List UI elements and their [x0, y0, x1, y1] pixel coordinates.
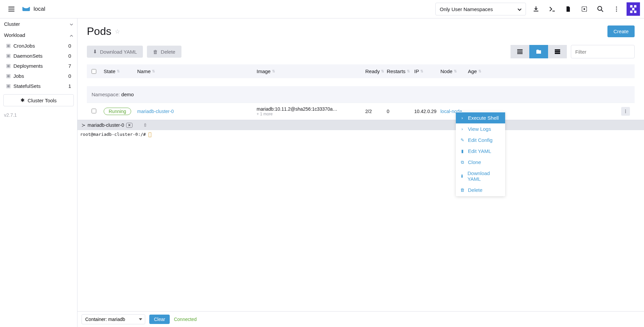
ctx-edit-config[interactable]: ✎Edit Config: [456, 134, 505, 146]
sidebar-item-daemonsets[interactable]: ▣ DaemonSets 0: [0, 51, 77, 61]
top-header: local Only User Namespaces: [0, 0, 644, 18]
sidebar-item-label: CronJobs: [13, 43, 35, 49]
view-toggle: [511, 45, 567, 58]
folder-icon: ▣: [6, 83, 11, 89]
sidebar-section-label: Cluster: [4, 21, 20, 27]
col-ip[interactable]: IP⇅: [414, 68, 440, 74]
search-icon[interactable]: [597, 6, 604, 12]
close-tab-button[interactable]: ✕: [126, 123, 132, 128]
namespace-selector[interactable]: Only User Namespaces: [435, 3, 526, 15]
sort-icon: ⇅: [272, 69, 275, 73]
view-flat-button[interactable]: [511, 45, 529, 58]
terminal-tabs: ≻ mariadb-cluster-0 ✕ ⇳: [77, 120, 644, 130]
ctx-view-logs[interactable]: ›View Logs: [456, 123, 505, 134]
col-name[interactable]: Name⇅: [137, 68, 257, 74]
file-icon[interactable]: [565, 6, 572, 12]
download-icon: ⬇: [460, 174, 464, 179]
more-icon[interactable]: [613, 6, 620, 12]
cluster-name: local: [34, 6, 45, 12]
sidebar-item-count: 1: [68, 83, 73, 89]
sidebar-section-cluster[interactable]: Cluster: [0, 18, 77, 30]
menu-toggle-button[interactable]: [4, 2, 19, 16]
col-image[interactable]: Image⇅: [257, 68, 365, 74]
file-icon: ▮: [460, 149, 465, 154]
sidebar-item-count: 0: [68, 53, 73, 59]
ready-text: 2/2: [365, 109, 387, 114]
clone-icon: ⧉: [460, 160, 465, 165]
button-label: Download YAML: [100, 49, 137, 55]
view-compact-button[interactable]: [548, 45, 567, 58]
cluster-tools-label: Cluster Tools: [28, 98, 56, 103]
sidebar-item-cronjobs[interactable]: ▣ CronJobs 0: [0, 41, 77, 51]
ctx-clone[interactable]: ⧉Clone: [456, 157, 505, 168]
version-label: v2.7.1: [0, 110, 77, 120]
table-row: Running mariadb-cluster-0 mariadb:10.11.…: [87, 103, 635, 120]
cluster-tools-button[interactable]: ✱ Cluster Tools: [3, 94, 74, 106]
terminal-expand-icon[interactable]: ⇳: [143, 122, 147, 128]
page-title: Pods: [87, 25, 111, 38]
col-ready[interactable]: Ready⇅: [365, 68, 387, 74]
svg-rect-7: [634, 5, 636, 7]
terminal-footer: Container: mariadb Clear Connected: [77, 311, 644, 327]
row-context-menu: ›Execute Shell ›View Logs ✎Edit Config ▮…: [456, 112, 505, 196]
terminal-body[interactable]: root@mariadb-cluster-0:/#: [77, 130, 644, 311]
terminal-tab[interactable]: ≻ mariadb-cluster-0 ✕: [82, 122, 132, 128]
container-select[interactable]: Container: mariadb: [82, 314, 145, 324]
select-all-checkbox[interactable]: [92, 69, 96, 74]
table-header: State⇅ Name⇅ Image⇅ Ready⇅ Restarts⇅ IP⇅…: [87, 64, 635, 78]
ctx-execute-shell[interactable]: ›Execute Shell: [456, 112, 505, 123]
sidebar-item-label: Deployments: [13, 63, 43, 69]
terminal-prompt: root@mariadb-cluster-0:/#: [80, 132, 149, 137]
chevron-down-icon: [518, 6, 522, 12]
sidebar-item-label: DaemonSets: [13, 53, 43, 59]
view-namespace-button[interactable]: [529, 45, 548, 58]
svg-rect-10: [634, 11, 636, 13]
shell-icon: ≻: [82, 122, 86, 128]
chevron-right-icon: ›: [460, 126, 465, 131]
rancher-logo-icon: [21, 5, 31, 13]
import-icon[interactable]: [533, 6, 539, 12]
sort-icon: ⇅: [152, 69, 155, 73]
col-node[interactable]: Node⇅: [440, 68, 468, 74]
svg-rect-1: [584, 8, 585, 10]
edit-icon: ✎: [460, 138, 465, 143]
shell-icon[interactable]: [549, 6, 555, 12]
row-actions-button[interactable]: [621, 107, 630, 116]
clear-button[interactable]: Clear: [149, 315, 170, 324]
chevron-right-icon: ›: [460, 115, 465, 120]
folder-icon: ▣: [6, 63, 11, 69]
svg-rect-8: [632, 8, 635, 10]
create-button[interactable]: Create: [607, 25, 635, 37]
row-checkbox[interactable]: [92, 109, 96, 113]
svg-point-14: [625, 110, 626, 110]
folder-icon: ▣: [6, 53, 11, 59]
sort-icon: ⇅: [381, 69, 384, 73]
col-age[interactable]: Age⇅: [468, 68, 490, 74]
sidebar-item-deployments[interactable]: ▣ Deployments 7: [0, 61, 77, 71]
sidebar-item-jobs[interactable]: ▣ Jobs 0: [0, 71, 77, 81]
delete-button[interactable]: 🗑 Delete: [147, 46, 181, 58]
filter-input[interactable]: [571, 45, 635, 58]
sidebar-item-count: 0: [68, 73, 73, 79]
svg-rect-6: [630, 5, 633, 7]
sidebar-section-workload[interactable]: Workload: [0, 30, 77, 41]
kubeconfig-icon[interactable]: [581, 6, 588, 12]
col-restarts[interactable]: Restarts⇅: [387, 68, 414, 74]
col-state[interactable]: State⇅: [104, 68, 137, 74]
svg-rect-13: [555, 53, 560, 54]
sidebar-item-statefulsets[interactable]: ▣ StatefulSets 1: [0, 81, 77, 91]
ctx-delete[interactable]: 🗑Delete: [456, 184, 505, 196]
gear-icon: ✱: [20, 97, 25, 103]
favorite-star-icon[interactable]: ☆: [115, 28, 120, 35]
ctx-download-yaml[interactable]: ⬇Download YAML: [456, 168, 505, 184]
download-yaml-button[interactable]: ⬇ Download YAML: [87, 46, 143, 58]
trash-icon: 🗑: [153, 49, 158, 55]
sort-icon: ⇅: [478, 69, 481, 73]
cluster-brand[interactable]: local: [21, 5, 45, 13]
sidebar-section-label: Workload: [4, 32, 25, 38]
svg-rect-11: [555, 49, 560, 51]
pod-name-link[interactable]: mariadb-cluster-0: [137, 109, 174, 114]
ctx-edit-yaml[interactable]: ▮Edit YAML: [456, 146, 505, 157]
user-avatar[interactable]: [627, 2, 640, 16]
ip-text: 10.42.0.29: [414, 109, 440, 114]
